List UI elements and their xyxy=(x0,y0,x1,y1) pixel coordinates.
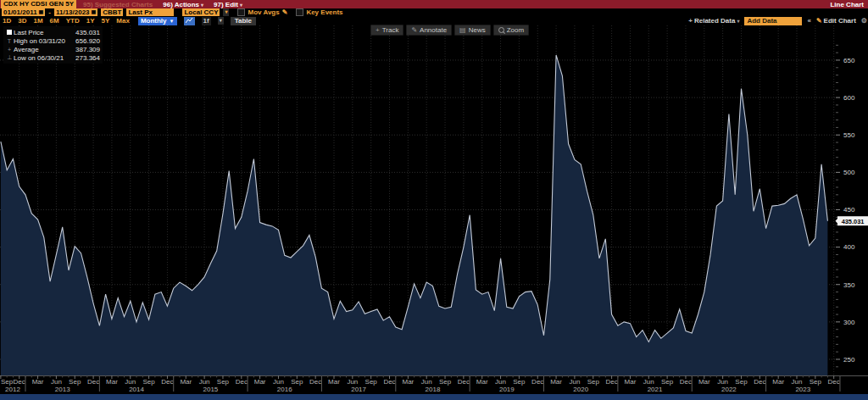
x-tick-label: Jun xyxy=(273,378,284,386)
x-tick-label: Dec xyxy=(309,378,321,386)
year-label: 2017 xyxy=(351,386,366,393)
x-tick-label: Sep xyxy=(69,378,81,386)
legend-value: 435.031 xyxy=(75,29,100,36)
mov-avgs-checkbox[interactable] xyxy=(237,8,245,16)
y-tick-label: 450 xyxy=(843,206,855,214)
chart-legend: Last Price 435.031 T High on 03/31/20 65… xyxy=(3,26,103,64)
x-tick-label: Jun xyxy=(51,378,62,386)
range-1d[interactable]: 1D xyxy=(3,17,11,25)
news-label: News xyxy=(469,25,486,35)
x-tick-label: Dec xyxy=(236,378,248,386)
actions-menu[interactable]: 96) Actions ▾ xyxy=(163,1,203,8)
legend-value: 387.309 xyxy=(75,46,100,53)
x-tick-label: Jun xyxy=(792,378,803,386)
x-tick-label: Sep xyxy=(142,378,155,386)
chart-type-button[interactable] xyxy=(184,17,195,25)
year-label: 2013 xyxy=(55,386,70,393)
more-options-dropdown-icon[interactable]: ▾ xyxy=(218,17,224,25)
x-tick-label: Sep xyxy=(439,378,452,386)
suggested-charts-button[interactable]: 95) Suggested Charts xyxy=(83,1,153,8)
date-from-field[interactable]: 01/01/2011 ▦ xyxy=(2,8,45,16)
pencil-icon: ✎ xyxy=(816,17,822,25)
legend-row-last-price: Last Price 435.031 xyxy=(5,28,100,36)
x-tick-label: Mar xyxy=(698,378,710,386)
x-tick-label: Dec xyxy=(87,378,99,386)
chart-canvas[interactable]: SepDecMarJunSepDecMarJunSepDecMarJunSepD… xyxy=(0,0,868,400)
range-6m[interactable]: 6M xyxy=(50,17,59,25)
annotate-button[interactable]: ✎ Annotate xyxy=(406,25,452,36)
collapse-icon[interactable]: « xyxy=(807,17,810,25)
x-tick-label: Dec xyxy=(828,378,840,386)
chevron-down-icon: ▾ xyxy=(240,2,242,8)
range-ytd[interactable]: YTD xyxy=(66,17,80,25)
news-button[interactable]: ▤ News xyxy=(454,25,491,36)
edit-chart-button[interactable]: ✎ Edit Chart xyxy=(816,17,856,25)
x-tick-label: Jun xyxy=(643,378,654,386)
x-tick-label: Mar xyxy=(328,378,340,386)
legend-value: 273.364 xyxy=(75,54,100,62)
date-to-field[interactable]: 11/13/2023 ▦ xyxy=(54,8,97,16)
date-range-separator: - xyxy=(48,8,51,16)
x-tick-label: Dec xyxy=(14,378,25,386)
x-tick-label: Mar xyxy=(772,378,784,386)
last-price-tag: 435.031 xyxy=(836,216,868,225)
range-max[interactable]: Max xyxy=(116,17,130,25)
low-marker-icon: ⊥ xyxy=(5,54,14,61)
x-tick-label: Sep xyxy=(1,378,14,386)
range-5y[interactable]: 5Y xyxy=(102,17,110,25)
track-button[interactable]: + Track xyxy=(370,25,403,36)
legend-value: 656.920 xyxy=(75,37,100,45)
related-data-label: Related Data xyxy=(694,17,735,25)
x-tick-label: Mar xyxy=(625,378,637,386)
y-tick-label: 600 xyxy=(843,94,855,102)
mov-avgs-label: Mov Avgs xyxy=(248,8,279,16)
x-tick-label: Mar xyxy=(550,378,562,386)
add-data-input[interactable]: Add Data xyxy=(744,17,802,25)
annotate-label: Annotate xyxy=(420,25,447,35)
zoom-button[interactable]: Zoom xyxy=(493,25,529,36)
price-field-selector[interactable]: Last Px xyxy=(126,8,174,16)
y-tick-label: 500 xyxy=(843,169,855,176)
legend-label: Last Price xyxy=(14,29,75,36)
range-1m[interactable]: 1M xyxy=(33,17,42,25)
crosshair-icon: + xyxy=(376,25,380,35)
chart-tools: + Track ✎ Annotate ▤ News Zoom xyxy=(370,25,529,36)
x-tick-label: Jun xyxy=(199,378,210,386)
pricing-source-field[interactable]: CBBT xyxy=(101,8,123,16)
edit-label: 97) Edit xyxy=(214,1,238,8)
currency-selector[interactable]: Local CCY xyxy=(182,8,220,16)
year-label: 2021 xyxy=(648,386,663,393)
key-events-label: Key Events xyxy=(306,8,342,16)
chevron-down-icon: ▼ xyxy=(170,17,175,25)
date-to-value: 11/13/2023 xyxy=(56,8,90,16)
title-bar: CDX HY CDSI GEN 5Y 95) Suggested Charts … xyxy=(0,0,868,8)
related-data-button[interactable]: + Related Data ▾ xyxy=(688,17,739,25)
range-1y[interactable]: 1Y xyxy=(86,17,95,25)
table-button[interactable]: Table xyxy=(231,17,256,25)
view-title: Line Chart xyxy=(830,1,864,8)
legend-row-low: ⊥ Low on 06/30/21 273.364 xyxy=(5,53,100,62)
security-field[interactable]: CDX HY CDSI GEN 5Y xyxy=(1,0,76,8)
x-tick-label: Mar xyxy=(180,378,192,386)
legend-row-average: + Average 387.309 xyxy=(5,45,100,53)
mov-avgs-edit-icon[interactable]: ✎ xyxy=(282,8,288,16)
panel-badge[interactable]: 1f xyxy=(202,17,211,25)
year-label: 2018 xyxy=(426,386,441,393)
actions-label: 96) Actions xyxy=(163,1,199,8)
range-3d[interactable]: 3D xyxy=(18,17,26,25)
gear-icon[interactable]: ⚙ xyxy=(861,17,867,25)
periodicity-value: Monthly xyxy=(141,17,167,25)
edit-chart-label: Edit Chart xyxy=(824,17,856,25)
edit-menu[interactable]: 97) Edit ▾ xyxy=(214,1,242,8)
x-tick-label: Dec xyxy=(754,378,765,386)
x-tick-label: Dec xyxy=(605,378,617,386)
key-events-checkbox[interactable] xyxy=(296,8,303,16)
year-label: 2023 xyxy=(795,386,810,393)
x-tick-label: Dec xyxy=(383,378,395,386)
legend-row-high: T High on 03/31/20 656.920 xyxy=(5,36,100,45)
currency-dropdown-icon[interactable]: ▾ xyxy=(223,8,229,16)
x-tick-label: Sep xyxy=(661,378,674,386)
average-marker-icon: + xyxy=(5,47,14,53)
zoom-label: Zoom xyxy=(507,25,524,35)
periodicity-dropdown[interactable]: Monthly ▼ xyxy=(138,17,177,25)
